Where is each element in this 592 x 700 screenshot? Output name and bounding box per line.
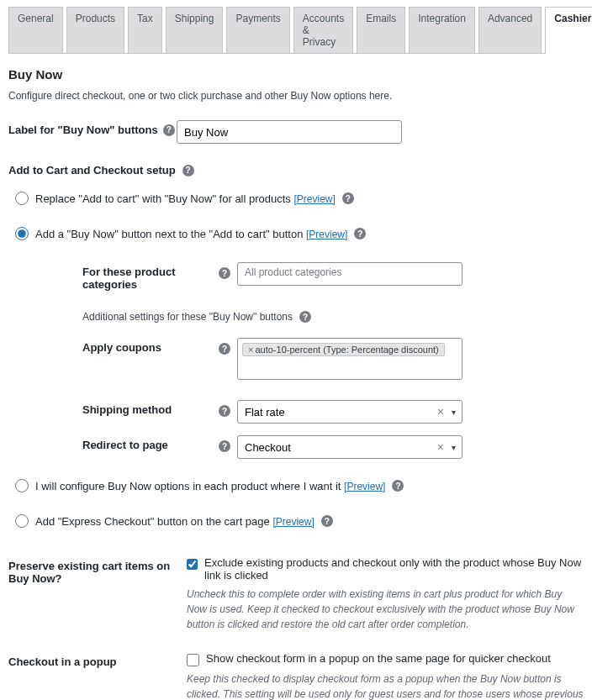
redirect-select[interactable]: Checkout [237, 435, 462, 459]
popup-check-label: Show checkout form in a popup on the sam… [206, 652, 551, 665]
page-description: Configure direct checkout, one or two cl… [8, 90, 584, 102]
radio-per-product[interactable] [15, 479, 29, 492]
preserve-checkbox[interactable] [187, 558, 198, 571]
tab-general[interactable]: General [8, 7, 63, 53]
radio-per-product-label: I will configure Buy Now options in each… [35, 480, 385, 492]
radio-express[interactable] [15, 514, 29, 528]
tab-tax[interactable]: Tax [128, 7, 162, 53]
cart-setup-heading: Add to Cart and Checkout setup ? [8, 164, 584, 176]
remove-tag-icon[interactable]: × [248, 345, 253, 355]
shipping-select[interactable]: Flat rate [237, 400, 462, 424]
additional-settings-note: Additional settings for these "Buy Now" … [82, 311, 584, 323]
tab-accounts-privacy[interactable]: Accounts & Privacy [293, 7, 353, 53]
label-buynow-label: Label for "Buy Now" buttons ? [8, 120, 177, 136]
radio-replace[interactable] [15, 192, 29, 205]
tab-advanced[interactable]: Advanced [478, 7, 542, 53]
tab-shipping[interactable]: Shipping [166, 7, 224, 53]
help-icon[interactable]: ? [299, 311, 311, 323]
preview-link[interactable]: [Preview] [306, 229, 347, 240]
tab-products[interactable]: Products [66, 7, 124, 53]
popup-checkbox[interactable] [187, 654, 199, 666]
help-icon[interactable]: ? [163, 124, 175, 136]
settings-tabs: GeneralProductsTaxShippingPaymentsAccoun… [8, 7, 584, 54]
preserve-hint: Uncheck this to complete order with exis… [187, 587, 584, 632]
help-icon[interactable]: ? [219, 343, 230, 355]
help-icon[interactable]: ? [219, 405, 230, 417]
preview-link[interactable]: [Preview] [272, 516, 314, 528]
categories-input[interactable]: All product categories [237, 262, 462, 286]
popup-hint: Keep this checked to display checkout fo… [187, 671, 584, 700]
tab-cashier[interactable]: Cashier [545, 7, 592, 54]
tab-payments[interactable]: Payments [226, 7, 289, 53]
coupons-input[interactable]: ×auto-10-percent (Type: Percentage disco… [237, 338, 462, 380]
preview-link[interactable]: [Preview] [344, 481, 385, 492]
help-icon[interactable]: ? [219, 267, 230, 279]
clear-icon[interactable]: × [437, 405, 444, 418]
help-icon[interactable]: ? [219, 440, 230, 452]
buy-now-label-input[interactable] [177, 120, 402, 144]
categories-label: For these product categories [42, 262, 219, 291]
radio-add-next-label: Add a "Buy Now" button next to the "Add … [35, 228, 347, 240]
help-icon[interactable]: ? [182, 165, 194, 176]
page-title: Buy Now [8, 67, 584, 82]
help-icon[interactable]: ? [354, 228, 366, 239]
preserve-label: Preserve existing cart items on Buy Now? [8, 556, 187, 585]
redirect-label: Redirect to page [42, 435, 219, 451]
popup-label: Checkout in a popup [8, 652, 187, 668]
tab-integration[interactable]: Integration [409, 7, 475, 53]
help-icon[interactable]: ? [321, 515, 333, 527]
radio-express-label: Add "Express Checkout" button on the car… [35, 515, 314, 528]
help-icon[interactable]: ? [342, 192, 354, 204]
help-icon[interactable]: ? [392, 480, 404, 492]
coupons-label: Apply coupons [42, 338, 219, 354]
radio-add-next[interactable] [15, 227, 29, 240]
shipping-label: Shipping method [42, 400, 219, 416]
preview-link[interactable]: [Preview] [294, 193, 336, 205]
clear-icon[interactable]: × [437, 440, 444, 454]
preserve-check-label: Exclude existing products and checkout o… [204, 556, 584, 582]
coupon-tag[interactable]: ×auto-10-percent (Type: Percentage disco… [242, 343, 445, 356]
tab-emails[interactable]: Emails [357, 7, 405, 53]
radio-replace-label: Replace "Add to cart" with "Buy Now" for… [35, 192, 336, 205]
